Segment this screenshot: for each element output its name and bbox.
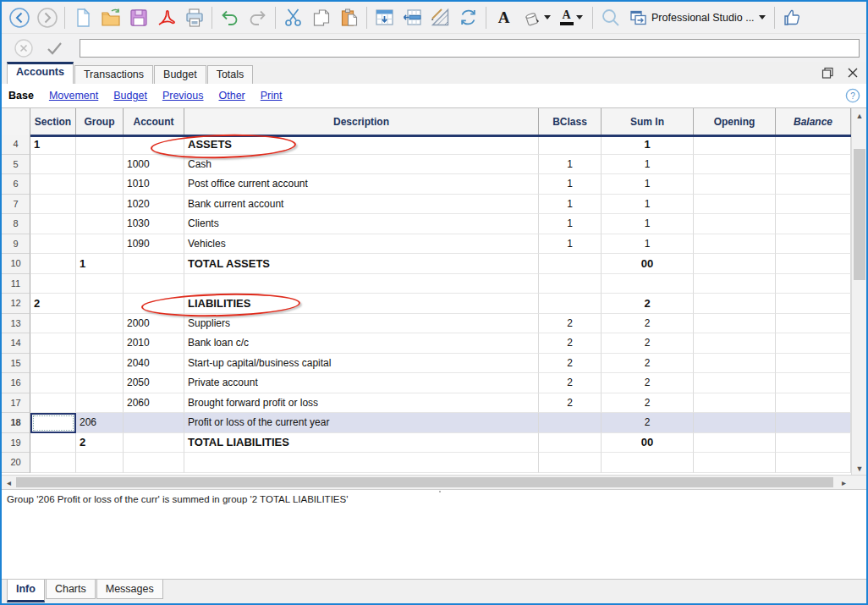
cell-account[interactable]: 1030 bbox=[124, 214, 184, 234]
subnav-link-previous[interactable]: Previous bbox=[162, 90, 204, 102]
column-header-description[interactable]: Description bbox=[184, 108, 539, 135]
cell-section[interactable] bbox=[30, 433, 76, 454]
cell-balance[interactable] bbox=[776, 433, 851, 454]
cell-description[interactable]: Post office current account bbox=[184, 174, 539, 195]
row-number[interactable]: 11 bbox=[2, 274, 30, 294]
cell-group[interactable] bbox=[76, 453, 124, 473]
cell-description[interactable]: ASSETS bbox=[184, 135, 539, 155]
cell-account[interactable] bbox=[124, 453, 184, 473]
bottom-tab-charts[interactable]: Charts bbox=[46, 580, 96, 599]
cell-opening[interactable] bbox=[694, 234, 776, 255]
cell-balance[interactable] bbox=[776, 393, 851, 414]
cell-description[interactable] bbox=[184, 453, 539, 473]
font-icon[interactable]: A bbox=[490, 4, 518, 31]
paste-icon[interactable] bbox=[335, 4, 363, 31]
horizontal-scroll-thumb[interactable] bbox=[16, 477, 833, 487]
cell-section[interactable] bbox=[30, 195, 76, 215]
row-number[interactable]: 15 bbox=[2, 354, 30, 374]
cell-group[interactable] bbox=[76, 314, 124, 334]
bottom-tab-info[interactable]: Info bbox=[7, 580, 45, 602]
cell-sumin[interactable]: 2 bbox=[602, 333, 694, 354]
help-icon[interactable]: ? bbox=[845, 88, 860, 107]
cell-balance[interactable] bbox=[776, 453, 851, 473]
cell-group[interactable] bbox=[76, 373, 124, 393]
restore-window-icon[interactable] bbox=[817, 63, 838, 82]
vertical-scroll-thumb[interactable] bbox=[854, 149, 865, 280]
back-icon[interactable] bbox=[5, 4, 33, 31]
new-file-icon[interactable] bbox=[69, 4, 96, 31]
cell-description[interactable]: Vehicles bbox=[184, 234, 539, 255]
search-icon[interactable] bbox=[596, 4, 624, 31]
cell-edit-input[interactable] bbox=[80, 39, 860, 58]
cell-opening[interactable] bbox=[694, 155, 776, 175]
tab-budget[interactable]: Budget bbox=[154, 65, 206, 84]
cell-description[interactable]: Suppliers bbox=[184, 314, 539, 334]
add-table-row-icon[interactable] bbox=[371, 4, 398, 31]
forward-icon[interactable] bbox=[33, 4, 61, 31]
cell-bclass[interactable]: 2 bbox=[539, 393, 602, 414]
cell-balance[interactable] bbox=[776, 234, 851, 255]
recalculate-icon[interactable] bbox=[454, 4, 482, 31]
row-number[interactable]: 9 bbox=[2, 234, 30, 255]
row-number[interactable]: 14 bbox=[2, 333, 30, 354]
design-layout-icon[interactable] bbox=[426, 4, 454, 31]
cell-balance[interactable] bbox=[776, 135, 851, 155]
column-header-sumin[interactable]: Sum In bbox=[602, 108, 694, 135]
cell-bclass[interactable]: 2 bbox=[539, 314, 602, 334]
column-header-opening[interactable]: Opening bbox=[694, 108, 776, 135]
insert-table-row-icon[interactable] bbox=[398, 4, 426, 31]
cell-account[interactable] bbox=[124, 254, 184, 274]
cell-opening[interactable] bbox=[694, 354, 776, 374]
cell-balance[interactable] bbox=[776, 214, 851, 234]
cell-opening[interactable] bbox=[694, 274, 776, 294]
cell-balance[interactable] bbox=[776, 274, 851, 294]
cell-group[interactable]: 2 bbox=[76, 433, 124, 454]
cell-section[interactable] bbox=[30, 155, 76, 175]
cell-section[interactable] bbox=[30, 174, 76, 195]
cell-description[interactable]: Brought forward profit or loss bbox=[184, 393, 539, 414]
cell-description[interactable]: Clients bbox=[184, 214, 539, 234]
cell-description[interactable]: Profit or loss of the current year bbox=[184, 413, 539, 433]
accept-edit-icon[interactable] bbox=[39, 36, 69, 60]
cut-icon[interactable] bbox=[279, 4, 307, 31]
cell-section[interactable]: 1 bbox=[30, 135, 76, 155]
cell-description[interactable]: Bank loan c/c bbox=[184, 333, 539, 354]
cell-sumin[interactable]: 2 bbox=[602, 393, 694, 414]
row-number[interactable]: 7 bbox=[2, 195, 30, 215]
cell-account[interactable]: 1020 bbox=[124, 195, 184, 215]
cell-section[interactable] bbox=[30, 393, 76, 414]
cell-bclass[interactable]: 2 bbox=[539, 354, 602, 374]
cell-bclass[interactable]: 1 bbox=[539, 155, 602, 175]
cell-bclass[interactable]: 2 bbox=[539, 333, 602, 354]
column-header-account[interactable]: Account bbox=[124, 108, 184, 135]
cell-group[interactable] bbox=[76, 214, 124, 234]
export-pdf-icon[interactable] bbox=[152, 4, 180, 31]
cell-bclass[interactable] bbox=[539, 274, 602, 294]
cell-account[interactable] bbox=[124, 433, 184, 454]
row-number[interactable]: 4 bbox=[2, 135, 30, 155]
cell-description[interactable] bbox=[184, 274, 539, 294]
scroll-down-icon[interactable]: ▼ bbox=[852, 461, 866, 475]
panel-splitter-handle[interactable] bbox=[434, 491, 446, 493]
cell-description[interactable]: Private account bbox=[184, 373, 539, 393]
row-number[interactable]: 18 bbox=[2, 413, 30, 433]
cell-group[interactable] bbox=[76, 393, 124, 414]
cell-balance[interactable] bbox=[776, 354, 851, 374]
row-number[interactable]: 20 bbox=[2, 453, 30, 473]
cell-opening[interactable] bbox=[694, 333, 776, 354]
cell-section[interactable] bbox=[30, 254, 76, 274]
column-header-bclass[interactable]: BClass bbox=[539, 108, 602, 135]
cell-sumin[interactable] bbox=[602, 453, 694, 473]
cell-section[interactable] bbox=[30, 214, 76, 234]
cell-opening[interactable] bbox=[694, 174, 776, 195]
cell-account[interactable] bbox=[124, 413, 184, 433]
cell-bclass[interactable]: 2 bbox=[539, 373, 602, 393]
cell-section[interactable] bbox=[30, 373, 76, 393]
cell-section[interactable] bbox=[30, 413, 76, 433]
cell-opening[interactable] bbox=[694, 413, 776, 433]
cell-bclass[interactable] bbox=[539, 294, 602, 314]
background-color-icon[interactable] bbox=[518, 4, 553, 31]
cell-account[interactable] bbox=[124, 274, 184, 294]
cancel-edit-icon[interactable] bbox=[8, 36, 39, 60]
workspace-selector[interactable]: Professional Studio ... bbox=[624, 5, 771, 30]
